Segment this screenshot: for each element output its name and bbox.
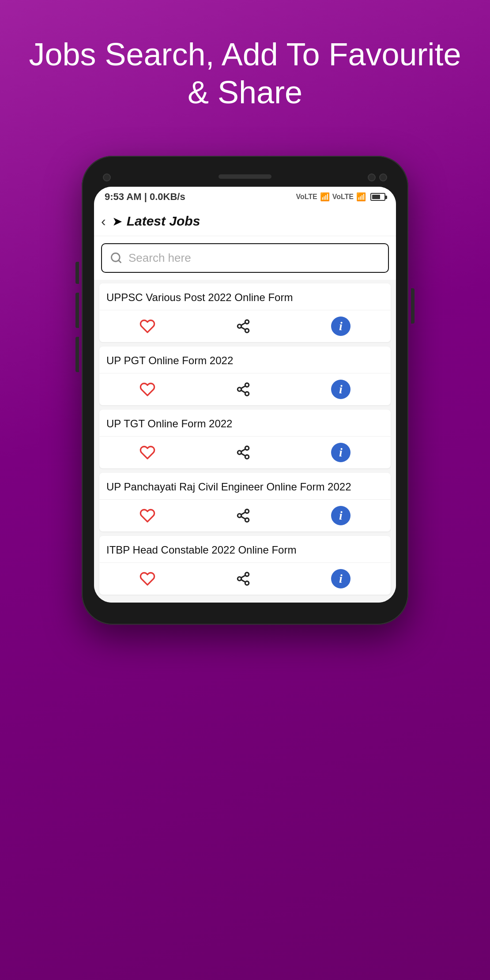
info-icon: i: [331, 506, 351, 525]
volume-down-button: [75, 337, 79, 372]
share-button[interactable]: [236, 382, 251, 397]
front-camera-right: [368, 173, 376, 181]
job-actions: i: [99, 500, 391, 531]
svg-line-6: [241, 323, 245, 325]
job-actions: i: [99, 563, 391, 595]
svg-line-25: [241, 580, 245, 582]
job-card: UP Panchayati Raj Civil Engineer Online …: [99, 473, 391, 531]
info-icon: i: [331, 443, 351, 462]
heart-icon: [139, 318, 155, 334]
job-title: UP TGT Online Form 2022: [99, 410, 391, 437]
job-title: ITBP Head Constable 2022 Online Form: [99, 536, 391, 563]
favorite-button[interactable]: [139, 508, 155, 524]
hero-title: Jobs Search, Add To Favourite & Share: [0, 35, 490, 112]
share-icon: [236, 382, 251, 397]
job-title: UPPSC Various Post 2022 Online Form: [99, 283, 391, 310]
front-sensor: [379, 173, 387, 181]
heart-icon: [139, 445, 155, 460]
info-button[interactable]: i: [331, 506, 351, 525]
phone-sensors: [368, 173, 387, 181]
svg-line-1: [118, 260, 121, 263]
back-button[interactable]: ‹: [101, 213, 106, 230]
status-bar: 9:53 AM | 0.0KB/s VoLTE 📶 VoLTE 📶: [94, 187, 396, 205]
job-title: UP PGT Online Form 2022: [99, 347, 391, 373]
info-icon: i: [331, 569, 351, 588]
svg-line-16: [241, 449, 245, 452]
status-icons: VoLTE 📶 VoLTE 📶: [296, 192, 385, 202]
share-button[interactable]: [236, 508, 251, 523]
share-icon: [236, 445, 251, 460]
svg-line-21: [241, 512, 245, 515]
info-icon: i: [331, 317, 351, 336]
svg-line-10: [241, 390, 245, 393]
power-button: [411, 288, 415, 324]
heart-icon: [139, 381, 155, 397]
share-button[interactable]: [236, 445, 251, 460]
share-icon: [236, 571, 251, 586]
signal-icon-1: 📶: [320, 192, 330, 202]
share-icon: [236, 319, 251, 334]
job-title: UP Panchayati Raj Civil Engineer Online …: [99, 473, 391, 500]
search-input[interactable]: Search here: [128, 251, 191, 265]
job-card: UP TGT Online Form 2022: [99, 410, 391, 468]
battery-icon: [370, 193, 385, 201]
latest-jobs-icon: ➤: [112, 214, 122, 229]
favorite-button[interactable]: [139, 571, 155, 587]
volte-icon-2: VoLTE: [332, 193, 354, 201]
job-card: ITBP Head Constable 2022 Online Form: [99, 536, 391, 595]
share-icon: [236, 508, 251, 523]
info-button[interactable]: i: [331, 317, 351, 336]
job-card: UPPSC Various Post 2022 Online Form: [99, 283, 391, 342]
svg-line-26: [241, 575, 245, 578]
search-icon: [110, 252, 122, 264]
info-button[interactable]: i: [331, 569, 351, 588]
svg-line-20: [241, 516, 245, 519]
search-box[interactable]: Search here: [101, 243, 389, 273]
heart-icon: [139, 508, 155, 524]
volte-icon: VoLTE: [296, 193, 317, 201]
page-title: Latest Jobs: [127, 214, 200, 229]
info-button[interactable]: i: [331, 443, 351, 462]
phone-speaker: [219, 174, 271, 179]
svg-line-11: [241, 386, 245, 388]
svg-line-5: [241, 327, 245, 330]
job-actions: i: [99, 437, 391, 468]
phone-screen: 9:53 AM | 0.0KB/s VoLTE 📶 VoLTE 📶 ‹ ➤ La…: [94, 187, 396, 603]
share-button[interactable]: [236, 319, 251, 334]
heart-icon: [139, 571, 155, 587]
job-card: UP PGT Online Form 2022: [99, 347, 391, 405]
signal-icon-2: 📶: [356, 192, 366, 202]
search-container: Search here: [94, 236, 396, 280]
svg-line-15: [241, 453, 245, 456]
status-time: 9:53 AM | 0.0KB/s: [105, 191, 185, 203]
mute-button: [75, 262, 79, 284]
volume-up-button: [75, 293, 79, 328]
share-button[interactable]: [236, 571, 251, 586]
app-header: ‹ ➤ Latest Jobs: [94, 205, 396, 236]
favorite-button[interactable]: [139, 318, 155, 334]
front-camera-left: [103, 173, 111, 181]
phone-mockup: 9:53 AM | 0.0KB/s VoLTE 📶 VoLTE 📶 ‹ ➤ La…: [82, 156, 408, 625]
favorite-button[interactable]: [139, 445, 155, 460]
job-actions: i: [99, 310, 391, 342]
info-button[interactable]: i: [331, 380, 351, 399]
favorite-button[interactable]: [139, 381, 155, 397]
job-actions: i: [99, 373, 391, 405]
info-icon: i: [331, 380, 351, 399]
job-list: UPPSC Various Post 2022 Online Form: [94, 280, 396, 603]
